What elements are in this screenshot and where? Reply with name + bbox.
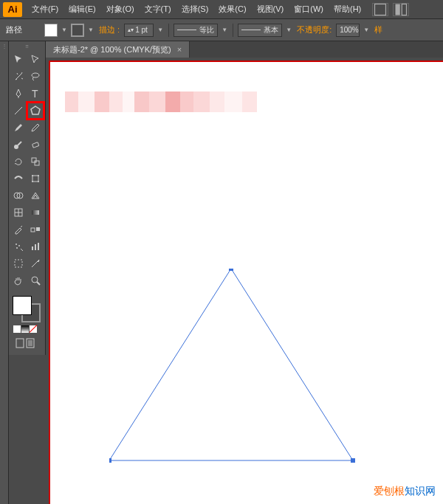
svg-rect-8 [32, 142, 38, 148]
fill-color-swatch[interactable] [13, 296, 32, 315]
document-tab-title: 未标题-2* @ 100% (CMYK/预览) [53, 44, 171, 55]
layout-icon-2[interactable] [393, 3, 409, 16]
brush-dropdown[interactable]: 基本 [238, 24, 282, 37]
menu-view[interactable]: 视图(V) [252, 1, 289, 18]
svg-marker-36 [109, 269, 353, 460]
magic-wand-tool[interactable] [10, 69, 27, 85]
menu-edit[interactable]: 编辑(E) [63, 1, 101, 18]
canvas-area: 爱刨根知识网 [46, 58, 443, 504]
document-tab[interactable]: 未标题-2* @ 100% (CMYK/预览) × [46, 41, 190, 58]
fill-swatch[interactable] [44, 24, 58, 37]
shape-tool[interactable] [27, 103, 44, 119]
lasso-tool[interactable] [27, 69, 44, 85]
svg-point-14 [32, 181, 33, 182]
pencil-tool[interactable] [27, 120, 44, 136]
svg-point-3 [32, 73, 39, 77]
menu-help[interactable]: 帮助(H) [329, 1, 366, 18]
slice-tool[interactable] [27, 255, 44, 272]
blend-tool[interactable] [27, 221, 44, 238]
options-bar: 路径 ▼ ▼ 描边 : ▴▾ 1 pt ▼ 等比 ▼ 基本 ▼ 不透明度: 10… [0, 19, 443, 41]
opacity-label[interactable]: 不透明度: [295, 24, 333, 35]
graph-tool[interactable] [27, 238, 44, 255]
opacity-value[interactable]: 100% [336, 24, 360, 37]
perspective-tool[interactable] [27, 187, 44, 204]
eraser-tool[interactable] [27, 137, 44, 153]
artboard[interactable]: 爱刨根知识网 [50, 62, 443, 504]
svg-rect-22 [31, 228, 35, 232]
redacted-region [65, 92, 257, 112]
draw-modes [12, 337, 42, 351]
color-swatch-section [10, 293, 44, 352]
svg-rect-27 [32, 246, 33, 250]
stroke-label[interactable]: 描边 : [97, 24, 121, 35]
opacity-dropdown-icon[interactable]: ▼ [363, 24, 370, 37]
stroke-weight-input[interactable]: ▴▾ 1 pt [124, 24, 154, 37]
pen-tool[interactable] [10, 86, 27, 102]
svg-rect-9 [32, 158, 36, 162]
fill-stroke-swatches[interactable] [13, 296, 42, 322]
type-tool[interactable]: T [27, 86, 44, 102]
fill-dropdown-icon[interactable]: ▼ [61, 24, 68, 37]
dash-profile-dropdown[interactable]: 等比 [174, 24, 218, 37]
toolbox-grip-icon[interactable]: ⠿ [10, 44, 44, 52]
brush-dropdown-icon[interactable]: ▼ [285, 24, 292, 37]
svg-rect-30 [15, 260, 22, 267]
anchor-point-top[interactable] [229, 269, 233, 271]
svg-rect-1 [396, 4, 400, 15]
menu-effect[interactable]: 效果(C) [213, 1, 251, 18]
direct-selection-tool[interactable] [27, 52, 44, 68]
mesh-tool[interactable] [10, 204, 27, 221]
svg-point-31 [32, 277, 38, 283]
free-transform-tool[interactable] [27, 170, 44, 187]
menu-object[interactable]: 对象(O) [101, 1, 140, 18]
layout-icon-1[interactable] [372, 3, 388, 16]
rotate-tool[interactable] [10, 153, 27, 170]
svg-rect-11 [32, 176, 38, 182]
width-tool[interactable] [10, 170, 27, 187]
hand-tool[interactable] [10, 272, 27, 289]
symbol-sprayer-tool[interactable] [10, 238, 27, 255]
panel-collapse-strip[interactable]: ⋮ [0, 41, 9, 504]
style-label[interactable]: 样 [373, 24, 384, 35]
panel-dots-icon: ⋮ [0, 41, 8, 49]
menu-file[interactable]: 文件(F) [27, 1, 63, 18]
svg-text:T: T [32, 88, 38, 100]
gradient-mode-icon[interactable] [21, 325, 29, 333]
stroke-swatch[interactable] [71, 24, 84, 37]
stroke-dropdown-icon[interactable]: ▼ [87, 24, 95, 37]
anchor-point-left[interactable] [109, 458, 111, 463]
menu-select[interactable]: 选择(S) [176, 1, 214, 18]
zoom-tool[interactable] [27, 272, 44, 289]
triangle-shape[interactable] [109, 269, 360, 468]
anchor-point-right[interactable] [351, 458, 355, 463]
blob-brush-tool[interactable] [10, 137, 27, 153]
paintbrush-tool[interactable] [10, 120, 27, 136]
tab-close-button[interactable]: × [177, 45, 182, 54]
svg-rect-21 [32, 210, 39, 215]
svg-point-13 [38, 175, 39, 176]
svg-marker-6 [31, 106, 40, 114]
gradient-tool[interactable] [27, 204, 44, 221]
stroke-weight-dropdown-icon[interactable]: ▼ [157, 24, 164, 37]
menu-items: 文件(F) 编辑(E) 对象(O) 文字(T) 选择(S) 效果(C) 视图(V… [27, 1, 366, 18]
none-mode-icon[interactable] [30, 325, 37, 333]
scale-tool[interactable] [27, 153, 44, 170]
svg-point-25 [18, 245, 20, 246]
watermark-text-1: 爱刨根 [374, 485, 405, 497]
eyedropper-tool[interactable] [10, 221, 27, 238]
toolbox: ⠿ T [9, 41, 46, 355]
shape-builder-tool[interactable] [10, 187, 27, 204]
color-mode-icon[interactable] [13, 325, 21, 333]
svg-line-32 [37, 282, 40, 285]
svg-line-5 [15, 107, 22, 114]
menu-layout-icons [372, 3, 409, 16]
selection-tool[interactable] [10, 52, 27, 68]
dash-dropdown-icon[interactable]: ▼ [221, 24, 228, 37]
watermark-text-2: 知识网 [405, 485, 436, 497]
watermark: 爱刨根知识网 [374, 485, 436, 498]
brush-label: 基本 [264, 25, 278, 35]
menu-window[interactable]: 窗口(W) [289, 1, 329, 18]
menu-type[interactable]: 文字(T) [140, 1, 176, 18]
line-tool[interactable] [10, 103, 27, 119]
artboard-tool[interactable] [10, 255, 27, 272]
